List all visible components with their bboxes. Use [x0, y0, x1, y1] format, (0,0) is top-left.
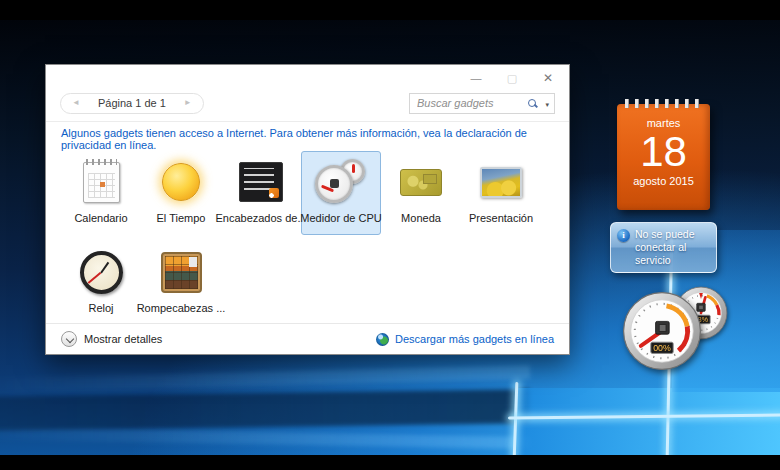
currency-card-icon [400, 169, 442, 196]
titlebar[interactable]: — ▢ ✕ [46, 65, 569, 89]
minimize-button[interactable]: — [469, 71, 483, 85]
wallpaper-light-beam [0, 365, 530, 393]
cpu-meter-icon [313, 159, 369, 205]
cpu-meter-large-dial-icon [315, 165, 353, 203]
calendar-month-year: agosto 2015 [617, 175, 710, 187]
toolbar-separator [46, 121, 569, 122]
tile-label: Presentación [469, 212, 533, 224]
search-icon[interactable] [528, 99, 536, 107]
tile-label: Calendario [74, 212, 127, 224]
calendar-spiral-binding [622, 99, 705, 108]
icon-box [239, 157, 283, 207]
analog-clock-icon [80, 251, 123, 294]
tile-label: Reloj [88, 302, 113, 314]
maximize-button[interactable]: ▢ [505, 71, 519, 85]
puzzle-icon [161, 252, 202, 293]
gadget-grid: Calendario El Tiempo Encabezados de... M… [61, 151, 541, 325]
gadget-tile-rompecabezas[interactable]: Rompecabezas ... [141, 241, 221, 325]
letterbox-bottom [0, 455, 780, 470]
screen: — ▢ ✕ ◄ Página 1 de 1 ► ▾ Algunos gadget… [0, 0, 780, 470]
gadget-gallery-window: — ▢ ✕ ◄ Página 1 de 1 ► ▾ Algunos gadget… [45, 64, 570, 355]
download-more-gadgets-link[interactable]: Descargar más gadgets en línea [376, 333, 554, 346]
tile-label: El Tiempo [157, 212, 206, 224]
search-dropdown-caret-icon[interactable]: ▾ [545, 101, 549, 109]
icon-box [313, 157, 369, 207]
show-details-button[interactable]: Mostrar detalles [61, 331, 162, 347]
window-controls: — ▢ ✕ [469, 71, 555, 85]
tile-label: Encabezados de... [215, 212, 306, 224]
weather-sun-icon [162, 163, 200, 201]
cpu-meter-desktop-gadget[interactable]: 53% 00% [620, 285, 732, 373]
wallpaper-dark-beam [0, 389, 530, 431]
notification-text: No se puede conectar al servicio [635, 228, 710, 267]
gadget-tile-encabezados[interactable]: Encabezados de... [221, 151, 301, 235]
toolbar: ◄ Página 1 de 1 ► ▾ [60, 91, 555, 115]
pagination: ◄ Página 1 de 1 ► [60, 93, 204, 114]
info-icon: i [617, 229, 630, 242]
icon-box [80, 247, 123, 297]
puzzle-tiles [165, 256, 198, 289]
gadget-tile-presentacion[interactable]: Presentación [461, 151, 541, 235]
download-link-label: Descargar más gadgets en línea [395, 333, 554, 345]
icon-box [480, 157, 522, 207]
page-prev-button[interactable]: ◄ [70, 99, 82, 107]
page-indicator: Página 1 de 1 [98, 97, 166, 109]
icon-box [400, 157, 442, 207]
close-button[interactable]: ✕ [541, 71, 555, 85]
window-footer: Mostrar detalles Descargar más gadgets e… [46, 323, 569, 354]
privacy-notice[interactable]: Algunos gadgets tienen acceso a Internet… [61, 127, 557, 151]
slideshow-photo-icon [480, 167, 522, 198]
calendar-gadget-icon [83, 162, 120, 203]
gadget-tile-reloj[interactable]: Reloj [61, 241, 141, 325]
gadget-tile-medidor-cpu[interactable]: Medidor de CPU [301, 151, 381, 235]
tile-label: Moneda [401, 212, 441, 224]
icon-box [162, 157, 200, 207]
wallpaper-light-beam [0, 427, 530, 449]
calendar-day: 18 [617, 129, 710, 175]
gadget-tile-el-tiempo[interactable]: El Tiempo [141, 151, 221, 235]
chevron-down-icon[interactable] [61, 331, 77, 347]
show-details-label: Mostrar detalles [84, 333, 162, 345]
feed-headlines-icon [239, 162, 283, 202]
letterbox-top [0, 0, 780, 20]
wallpaper-logo-pane [516, 388, 780, 455]
icon-box [161, 247, 202, 297]
cpu-gauge[interactable]: 00% [622, 291, 702, 371]
calendar-desktop-gadget[interactable]: martes 18 agosto 2015 [617, 104, 710, 210]
gadget-tile-calendario[interactable]: Calendario [61, 151, 141, 235]
page-next-button[interactable]: ► [182, 99, 194, 107]
gadget-tile-moneda[interactable]: Moneda [381, 151, 461, 235]
icon-box [83, 157, 120, 207]
tile-label: Rompecabezas ... [137, 302, 226, 314]
cpu-percentage: 00% [653, 343, 671, 353]
globe-icon [376, 333, 389, 346]
tile-label: Medidor de CPU [300, 212, 381, 224]
search-box: ▾ [409, 93, 555, 114]
service-notification-gadget[interactable]: i No se puede conectar al servicio [610, 222, 717, 273]
